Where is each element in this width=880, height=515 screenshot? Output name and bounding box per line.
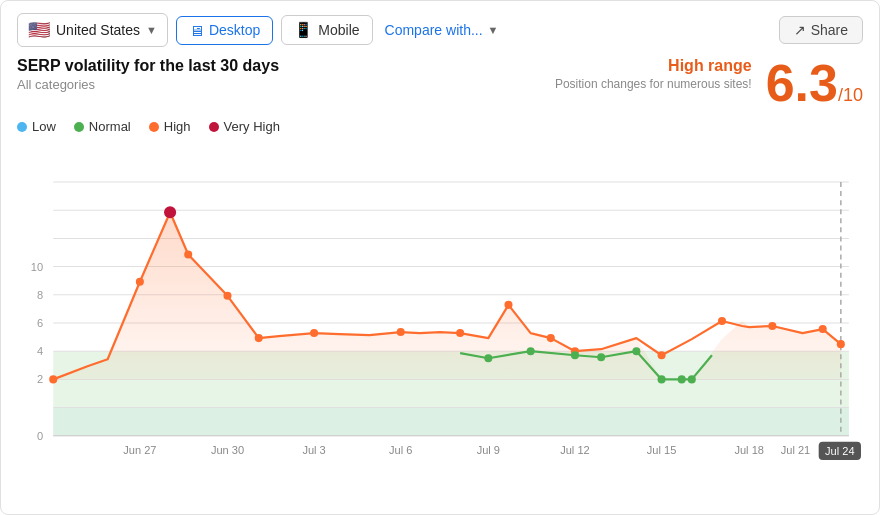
- chevron-down-icon: ▼: [146, 24, 157, 36]
- share-button[interactable]: ↗ Share: [779, 16, 863, 44]
- mobile-tab[interactable]: 📱 Mobile: [281, 15, 372, 45]
- compare-button[interactable]: Compare with... ▼: [381, 17, 503, 43]
- svg-point-35: [819, 325, 827, 333]
- legend: Low Normal High Very High: [17, 119, 863, 134]
- svg-point-27: [397, 328, 405, 336]
- volatility-score: High range Position changes for numerous…: [555, 57, 863, 109]
- volatility-chart: 0 2 4 6 8 10: [17, 144, 863, 502]
- legend-item-low: Low: [17, 119, 56, 134]
- mobile-icon: 📱: [294, 21, 313, 39]
- subtitle: All categories: [17, 77, 279, 92]
- svg-point-22: [136, 278, 144, 286]
- normal-dot: [74, 122, 84, 132]
- svg-point-32: [658, 351, 666, 359]
- svg-point-37: [164, 206, 176, 218]
- svg-text:Jul 15: Jul 15: [647, 444, 677, 456]
- share-label: Share: [811, 22, 848, 38]
- svg-text:Jun 27: Jun 27: [123, 444, 156, 456]
- svg-text:0: 0: [37, 430, 43, 442]
- title-row: SERP volatility for the last 30 days All…: [17, 57, 863, 109]
- svg-text:Jul 6: Jul 6: [389, 444, 412, 456]
- country-selector[interactable]: 🇺🇸 United States ▼: [17, 13, 168, 47]
- title-block: SERP volatility for the last 30 days All…: [17, 57, 279, 92]
- range-label: High range: [555, 57, 752, 75]
- svg-text:Jul 12: Jul 12: [560, 444, 590, 456]
- page-title: SERP volatility for the last 30 days: [17, 57, 279, 75]
- svg-point-34: [768, 322, 776, 330]
- svg-point-25: [255, 334, 263, 342]
- legend-normal-label: Normal: [89, 119, 131, 134]
- svg-text:2: 2: [37, 373, 43, 385]
- main-container: 🇺🇸 United States ▼ 🖥 Desktop 📱 Mobile Co…: [0, 0, 880, 515]
- svg-text:Jul 21: Jul 21: [781, 444, 811, 456]
- svg-text:8: 8: [37, 289, 43, 301]
- score-display: 6.3 /10: [766, 57, 863, 109]
- legend-very-high-label: Very High: [224, 119, 280, 134]
- svg-text:6: 6: [37, 317, 43, 329]
- svg-point-29: [504, 301, 512, 309]
- svg-text:Jun 30: Jun 30: [211, 444, 244, 456]
- legend-low-label: Low: [32, 119, 56, 134]
- low-dot: [17, 122, 27, 132]
- svg-point-28: [456, 329, 464, 337]
- svg-point-24: [223, 292, 231, 300]
- desktop-icon: 🖥: [189, 22, 204, 39]
- very-high-dot: [209, 122, 219, 132]
- svg-text:Jul 3: Jul 3: [302, 444, 325, 456]
- desktop-label: Desktop: [209, 22, 260, 38]
- svg-point-26: [310, 329, 318, 337]
- legend-item-normal: Normal: [74, 119, 131, 134]
- svg-point-23: [184, 250, 192, 258]
- svg-text:Jul 18: Jul 18: [734, 444, 764, 456]
- svg-point-36: [837, 340, 845, 348]
- share-icon: ↗: [794, 22, 806, 38]
- legend-item-very-high: Very High: [209, 119, 280, 134]
- compare-label: Compare with...: [385, 22, 483, 38]
- legend-item-high: High: [149, 119, 191, 134]
- compare-chevron-icon: ▼: [488, 24, 499, 36]
- svg-text:Jul 9: Jul 9: [477, 444, 500, 456]
- high-dot: [149, 122, 159, 132]
- svg-point-30: [547, 334, 555, 342]
- desktop-tab[interactable]: 🖥 Desktop: [176, 16, 273, 45]
- svg-text:4: 4: [37, 345, 43, 357]
- top-bar-left: 🇺🇸 United States ▼ 🖥 Desktop 📱 Mobile Co…: [17, 13, 503, 47]
- svg-text:10: 10: [31, 261, 43, 273]
- score-value: 6.3: [766, 57, 838, 109]
- chart-area: 0 2 4 6 8 10: [17, 144, 863, 502]
- score-denom: /10: [838, 85, 863, 106]
- mobile-label: Mobile: [318, 22, 359, 38]
- score-description: Position changes for numerous sites!: [555, 77, 752, 91]
- top-bar: 🇺🇸 United States ▼ 🖥 Desktop 📱 Mobile Co…: [17, 13, 863, 47]
- flag-icon: 🇺🇸: [28, 19, 50, 41]
- svg-text:Jul 24: Jul 24: [825, 445, 855, 457]
- svg-point-21: [49, 375, 57, 383]
- legend-high-label: High: [164, 119, 191, 134]
- country-label: United States: [56, 22, 140, 38]
- score-label-block: High range Position changes for numerous…: [555, 57, 752, 91]
- svg-point-33: [718, 317, 726, 325]
